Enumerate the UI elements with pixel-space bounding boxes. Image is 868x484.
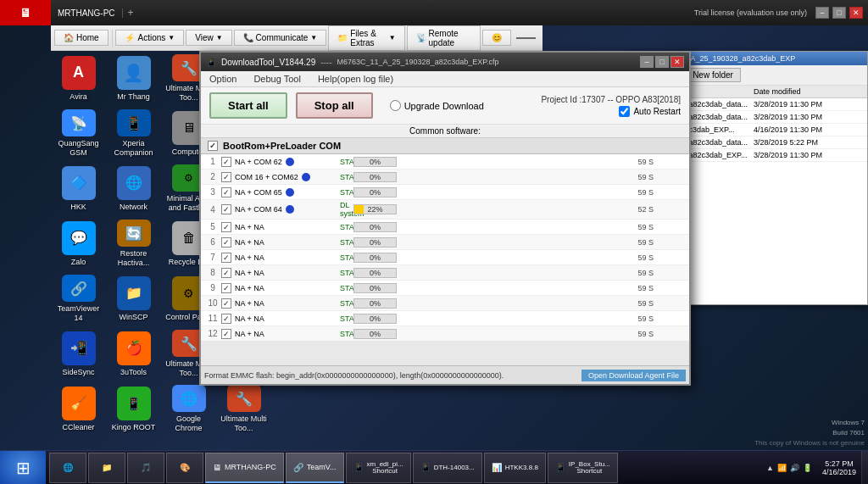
tray-arrow[interactable]: ▲ [766,464,774,472]
desktop-icon-sidesync[interactable]: 📲 SideSync [51,326,106,381]
row-time: 59 S [398,223,654,231]
row-checkbox[interactable]: ✓ [221,204,231,214]
windows-genuine: This copy of Windows is not genuine [754,438,865,448]
desktop-icon-ultimate-5[interactable]: 🔧 Ultimate Multi Too... [216,381,271,437]
progress-bar: 0% [353,314,397,324]
remote-update-btn[interactable]: 📡 Remote update [407,25,481,51]
desktop-icon-ccleaner[interactable]: 🧹 CCleaner [51,381,106,437]
paint-icon: 🎨 [180,463,190,472]
taskbar-mrthang-label: MRTHANG-PC [225,463,276,471]
dt-menu-debug[interactable]: Debug Tool [245,71,309,86]
row-time: 59 S [398,173,654,181]
tv-icon: 🔗 [293,463,303,472]
row-checkbox[interactable]: ✓ [221,253,231,263]
taskbar-ipbox[interactable]: 📱 IP_Box_Stu... Shortcut [548,453,618,483]
progress-text: 0% [370,299,381,308]
row-action: START [340,223,352,231]
desktop-icon-zalo[interactable]: 💬 Zalo [51,216,106,271]
download-table: 1 ✓ NA + COM 62 START 0% 59 S 2 ✓ COM 16… [201,154,689,341]
battery-tray-icon: 🔋 [803,464,812,472]
desktop-icon-network[interactable]: 🌐 Network [106,161,161,216]
taskbar-xmedl[interactable]: 📱 xm_edl_pi... Shortcut [346,453,411,483]
stop-all-button[interactable]: Stop all [296,92,373,119]
start-all-button[interactable]: Start all [209,92,287,119]
row-time: 59 S [398,188,654,197]
taskbar-ie[interactable]: 🌐 [49,453,86,483]
row-time: 59 S [398,330,654,338]
row-time: 59 S [398,284,654,292]
desktop-icon-mr-thang[interactable]: 👤 Mr Thang [106,51,161,106]
progress-fill [354,205,364,214]
port-dot-inactive [268,223,276,231]
progress-bar: 22% [353,204,397,214]
desktop-icon-hkk[interactable]: 🔷 HKK [51,161,106,216]
desktop-icon-winscp[interactable]: 📁 WinSCP [106,271,161,326]
system-clock[interactable]: 5:27 PM 4/16/2019 [817,459,861,476]
row-checkbox[interactable]: ✓ [221,298,231,309]
dt-close-btn[interactable]: ✕ [670,56,684,68]
upgrade-download-radio[interactable] [390,100,401,111]
row-num: 3 [204,187,221,197]
row-port: ✓ NA + NA [221,298,340,309]
win-close[interactable]: ✕ [849,7,863,19]
row-checkbox[interactable]: ✓ [221,222,231,232]
show-desktop-btn[interactable] [861,451,868,485]
row-port: ✓ NA + NA [221,237,340,248]
dt-menu-option[interactable]: Option [201,71,245,86]
taskbar-mrthang[interactable]: 🖥 MRTHANG-PC [205,453,284,483]
start-button[interactable]: ⊞ [0,451,46,485]
open-agent-file-btn[interactable]: Open Download Agent File [581,370,686,381]
actions-btn[interactable]: ⚡ Actions ▼ [115,30,184,46]
trial-notice: Trial license (evaluation use only) [694,8,815,17]
taskbar-htkk38[interactable]: 📊 HTKK3.8.8 [484,453,546,483]
desktop-icon-chrome[interactable]: 🌐 Google Chrome [161,381,216,437]
win-minimize[interactable]: – [815,7,829,19]
desktop-icon-restore[interactable]: 🔄 Restore Hactiva... [106,216,161,271]
new-folder-btn[interactable]: New folder [685,68,741,82]
win-maximize[interactable]: □ [832,7,846,19]
row-checkbox[interactable]: ✓ [221,237,231,248]
desktop-icon-quangsang[interactable]: 📡 QuangSang GSM [51,106,106,161]
ipbox-icon: 📱 [555,463,565,472]
desktop-icon-3utools[interactable]: 🍎 3uTools [106,326,161,381]
progress-bar: 0% [353,329,397,339]
row-checkbox[interactable]: ✓ [221,157,231,167]
new-tab-btn[interactable]: + [123,7,139,19]
taskbar-explorer[interactable]: 📁 [88,453,125,483]
dt-toolbar: Start all Stop all Upgrade Download Proj… [201,87,689,125]
htkk38-label: HTKK3.8.8 [505,464,538,471]
row-checkbox[interactable]: ✓ [221,314,231,324]
files-extras-btn[interactable]: 📁 Files & Extras ▼ [328,25,404,51]
row-checkbox[interactable]: ✓ [221,268,231,278]
view-btn[interactable]: View ▼ [186,30,231,46]
desktop-icon-avira[interactable]: A Avira [51,51,106,106]
desktop-icon-teamviewer[interactable]: 🔗 TeamViewer 14 [51,271,106,326]
progress-bar: 0% [353,157,397,167]
port-dot-inactive [268,314,276,323]
xmedl-icon: 📱 [353,463,364,472]
dt-maximize-btn[interactable]: □ [655,56,669,68]
dt-minimize-btn[interactable]: – [640,56,654,68]
boot-preloader-checkbox[interactable]: ✓ [208,141,218,151]
upgrade-download-label: Upgrade Download [404,101,484,111]
taskbar-dth[interactable]: 📱 DTH-14003... [413,453,482,483]
row-checkbox[interactable]: ✓ [221,283,231,293]
home-btn[interactable]: 🏠 Home [54,30,108,46]
dt-menu-help[interactable]: Help(open log file) [309,71,402,86]
progress-bar: 0% [353,253,397,263]
emoji-btn[interactable]: 😊 [482,30,511,46]
communicate-btn[interactable]: 📞 Communicate ▼ [234,30,327,46]
table-row: 5 ✓ NA + NA START 0% 59 S [201,220,689,235]
taskbar-teamviewer[interactable]: 🔗 TeamV... [286,453,344,483]
auto-restart-checkbox[interactable] [619,106,630,117]
row-checkbox[interactable]: ✓ [221,187,231,197]
taskbar-paint[interactable]: 🎨 [166,453,203,483]
desktop-icon-xperia[interactable]: 📱 Xperia Companion [106,106,161,161]
row-checkbox[interactable]: ✓ [221,172,231,182]
table-row: 3 ✓ NA + COM 65 START 0% 59 S [201,185,689,200]
table-row: 11 ✓ NA + NA START 0% 59 S [201,311,689,326]
taskbar-media[interactable]: 🎵 [127,453,164,483]
progress-text: 0% [370,188,381,197]
row-checkbox[interactable]: ✓ [221,329,231,339]
desktop-icon-kingo[interactable]: 📱 Kingo ROOT [106,381,161,437]
